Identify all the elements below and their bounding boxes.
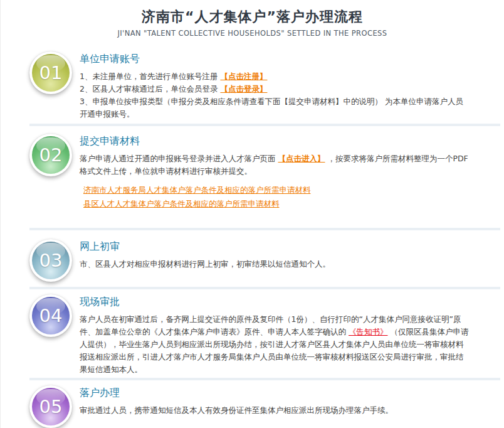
- material-link-line-1: 济南市人才服务局人才集体户落户条件及相应的落户所需申请材料: [83, 183, 470, 197]
- notice-letter-link[interactable]: 《告知书》: [349, 327, 388, 336]
- step-4-badge: 04: [29, 294, 72, 337]
- step-1-line-3: 3、申报单位按申报类型（申报分类及相应条件请查看下面【提交申请材料】中的说明） …: [80, 95, 470, 120]
- step-1-line-2: 2、区县人才审核通过后，单位会员登录 【点击登录】: [80, 83, 470, 95]
- city-talent-bureau-materials-link[interactable]: 济南市人才服务局人才集体户落户条件及相应的落户所需申请材料: [83, 185, 311, 195]
- step-4-content: 现场审批 落户人员在初审通过后，备齐网上提交证件的原件及复印件（1份）、自行打印…: [80, 294, 470, 376]
- step-2-badge: 02: [29, 134, 72, 176]
- step-4-title: 现场审批: [80, 296, 470, 309]
- page-subtitle: JI'NAN "TALENT COLLECTIVE HOUSEHOLDS" SE…: [1, 29, 504, 38]
- step-3-body: 市、区县人才对相应申报材料进行网上初审，初审结果以短信通知个人。: [80, 258, 470, 270]
- step-1-line-3-text: 3、申报单位按申报类型（申报分类及相应条件请查看下面【提交申请材料】中的说明） …: [80, 97, 463, 119]
- step-1-title: 单位申请账号: [80, 53, 470, 66]
- click-login-link[interactable]: 【点击登录】: [220, 84, 267, 94]
- click-enter-link[interactable]: 【点击进入】: [278, 154, 325, 163]
- step-2-paragraph: 落户申请人通过开通的申报账号登录并进入人才落户页面 【点击进入】 ，按要求将落户…: [80, 152, 470, 178]
- step-2-submit-materials: 02 提交申请材料 落户申请人通过开通的申报账号登录并进入人才落户页面 【点击进…: [1, 134, 504, 211]
- step-1-line-1: 1、未注册单位，首先进行单位账号注册 【点击注册】: [80, 70, 470, 83]
- step-5-settlement-handling: 05 落户办理 审批通过人员，携带通知短信及本人有效身份证件至集体户相应派出所现…: [1, 385, 504, 428]
- step-4-onsite-approval: 04 现场审批 落户人员在初审通过后，备齐网上提交证件的原件及复印件（1份）、自…: [1, 294, 504, 376]
- step-4-paragraph: 落户人员在初审通过后，备齐网上提交证件的原件及复印件（1份）、自行打印的“人才集…: [80, 313, 470, 376]
- step-2-title: 提交申请材料: [80, 135, 470, 148]
- step-1-unit-account: 01 单位申请账号 1、未注册单位，首先进行单位账号注册 【点击注册】 2、区县…: [1, 51, 504, 120]
- step-4-number: 04: [32, 297, 70, 334]
- step-5-body: 审批通过人员，携带通知短信及本人有效身份证件至集体户相应派出所现场办理落户手续。: [80, 404, 470, 417]
- step-3-content: 网上初审 市、区县人才对相应申报材料进行网上初审，初审结果以短信通知个人。: [80, 239, 470, 270]
- step-1-badge: 01: [29, 51, 72, 94]
- material-link-line-2: 县区人才人才集体户落户条件及相应的落户所需申请材料: [83, 197, 470, 211]
- click-register-link[interactable]: 【点击注册】: [220, 72, 267, 81]
- step-5-content: 落户办理 审批通过人员，携带通知短信及本人有效身份证件至集体户相应派出所现场办理…: [80, 385, 470, 417]
- step-1-content: 单位申请账号 1、未注册单位，首先进行单位账号注册 【点击注册】 2、区县人才审…: [80, 51, 470, 120]
- step-3-text: 市、区县人才对相应申报材料进行网上初审，初审结果以短信通知个人。: [80, 258, 470, 270]
- step-5-text: 审批通过人员，携带通知短信及本人有效身份证件至集体户相应派出所现场办理落户手续。: [80, 404, 470, 417]
- step-4-body: 落户人员在初审通过后，备齐网上提交证件的原件及复印件（1份）、自行打印的“人才集…: [80, 313, 470, 376]
- page-header: 济南市“人才集体户”落户办理流程 JI'NAN "TALENT COLLECTI…: [1, 0, 504, 38]
- step-3-online-review: 03 网上初审 市、区县人才对相应申报材料进行网上初审，初审结果以短信通知个人。: [1, 239, 504, 282]
- section-divider-2: [29, 228, 500, 230]
- section-divider-1: [29, 124, 500, 126]
- step-1-line-2-text: 2、区县人才审核通过后，单位会员登录: [80, 84, 220, 94]
- step-5-badge: 05: [29, 385, 72, 428]
- step-3-number: 03: [32, 242, 70, 279]
- step-1-line-1-text: 1、未注册单位，首先进行单位账号注册: [80, 72, 220, 81]
- step-3-title: 网上初审: [80, 240, 470, 254]
- step-3-badge: 03: [29, 239, 72, 282]
- county-talent-materials-link[interactable]: 县区人才人才集体户落户条件及相应的落户所需申请材料: [83, 199, 280, 208]
- step-5-title: 落户办理: [80, 387, 470, 400]
- step-2-number: 02: [32, 136, 70, 174]
- section-divider-3: [29, 287, 500, 289]
- step-1-number: 01: [32, 54, 70, 92]
- material-links: 济南市人才服务局人才集体户落户条件及相应的落户所需申请材料 县区人才人才集体户落…: [80, 183, 470, 211]
- step-2-content: 提交申请材料 落户申请人通过开通的申报账号登录并进入人才落户页面 【点击进入】 …: [80, 134, 470, 211]
- step-2-body: 落户申请人通过开通的申报账号登录并进入人才落户页面 【点击进入】 ，按要求将落户…: [80, 152, 470, 211]
- step-1-body: 1、未注册单位，首先进行单位账号注册 【点击注册】 2、区县人才审核通过后，单位…: [80, 70, 470, 120]
- step-2-para-pre: 落户申请人通过开通的申报账号登录并进入人才落户页面: [80, 154, 278, 163]
- step-5-number: 05: [32, 388, 70, 425]
- section-divider-4: [29, 378, 500, 380]
- page-title: 济南市“人才集体户”落户办理流程: [1, 8, 504, 26]
